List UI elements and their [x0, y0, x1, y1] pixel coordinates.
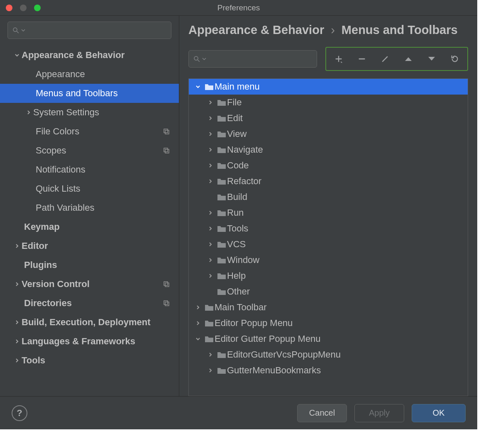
- tree-item-refactor[interactable]: Refactor: [189, 173, 468, 189]
- sidebar-item-label: Plugins: [24, 260, 57, 270]
- svg-rect-4: [164, 148, 168, 152]
- sidebar-item-appearance[interactable]: Appearance: [0, 65, 179, 84]
- move-down-button[interactable]: [425, 52, 438, 66]
- tree-item-navigate[interactable]: Navigate: [189, 142, 468, 158]
- sidebar-item-notifications[interactable]: Notifications: [0, 160, 179, 179]
- main-search-input[interactable]: [208, 55, 312, 63]
- main-search[interactable]: [188, 50, 317, 68]
- tree-item-build[interactable]: Build: [189, 189, 468, 205]
- folder-icon: [204, 319, 215, 327]
- chevron-right-icon: [12, 339, 22, 344]
- search-icon: [193, 55, 200, 63]
- sidebar-item-label: Appearance & Behavior: [22, 50, 124, 61]
- dropdown-caret-icon: [202, 57, 206, 61]
- chevron-right-icon: [206, 352, 215, 357]
- tree-item-label: Edit: [227, 113, 243, 124]
- sidebar-item-version-control[interactable]: Version Control: [0, 275, 179, 294]
- folder-icon: [216, 178, 227, 185]
- main-panel: Appearance & Behavior › Menus and Toolba…: [179, 16, 477, 396]
- sidebar-item-label: Scopes: [36, 145, 66, 156]
- sidebar-item-label: File Colors: [36, 126, 79, 137]
- sidebar-item-keymap[interactable]: Keymap: [0, 217, 179, 236]
- tree-item-help[interactable]: Help: [189, 268, 468, 284]
- sidebar-item-label: Editor: [22, 241, 48, 251]
- svg-rect-7: [165, 283, 169, 287]
- reset-button[interactable]: [448, 52, 461, 66]
- remove-button[interactable]: [355, 52, 369, 66]
- sidebar-item-system-settings[interactable]: System Settings: [0, 103, 179, 122]
- folder-icon: [216, 367, 227, 374]
- apply-button[interactable]: Apply: [354, 404, 404, 422]
- sidebar-item-build-exec-deploy[interactable]: Build, Execution, Deployment: [0, 313, 179, 332]
- sidebar-item-directories[interactable]: Directories: [0, 294, 179, 313]
- minimize-button[interactable]: [20, 5, 27, 11]
- chevron-right-icon: [206, 242, 215, 247]
- tree-item-tools[interactable]: Tools: [189, 221, 468, 236]
- folder-icon: [216, 114, 227, 122]
- svg-rect-6: [164, 282, 168, 285]
- sidebar-item-label: Appearance: [36, 69, 85, 80]
- ok-button[interactable]: OK: [412, 404, 466, 422]
- svg-line-1: [17, 31, 19, 33]
- tree-item-view[interactable]: View: [189, 126, 468, 142]
- breadcrumb-root[interactable]: Appearance & Behavior: [188, 23, 324, 37]
- tree-item-label: Editor Gutter Popup Menu: [215, 334, 321, 344]
- sidebar-item-label: Path Variables: [36, 202, 94, 213]
- sidebar-item-quick-lists[interactable]: Quick Lists: [0, 179, 179, 198]
- tree-item-code[interactable]: Code: [189, 158, 468, 173]
- tree-item-label: Run: [227, 207, 244, 218]
- sidebar-item-file-colors[interactable]: File Colors: [0, 122, 179, 141]
- sidebar-item-scopes[interactable]: Scopes: [0, 141, 179, 160]
- sidebar-search[interactable]: [7, 22, 171, 39]
- sidebar-item-path-variables[interactable]: Path Variables: [0, 198, 179, 217]
- sidebar-item-menus-toolbars[interactable]: Menus and Toolbars: [0, 84, 179, 103]
- sidebar-item-tools[interactable]: Tools: [0, 351, 179, 370]
- tree-item-label: Editor Popup Menu: [215, 318, 293, 329]
- tree-item-gutter-vcs-popup[interactable]: EditorGutterVcsPopupMenu: [189, 347, 468, 363]
- chevron-right-icon: [12, 358, 22, 363]
- tree-item-other[interactable]: Other: [189, 284, 468, 299]
- sidebar-item-appearance-behavior[interactable]: Appearance & Behavior: [0, 46, 179, 65]
- titlebar: Preferences: [0, 0, 477, 16]
- sidebar-item-editor[interactable]: Editor: [0, 236, 179, 256]
- tree-item-main-toolbar[interactable]: Main Toolbar: [189, 299, 468, 315]
- edit-button[interactable]: [378, 52, 392, 66]
- breadcrumb: Appearance & Behavior › Menus and Toolba…: [188, 23, 468, 37]
- tree-item-run[interactable]: Run: [189, 205, 468, 221]
- chevron-right-icon: [12, 243, 22, 248]
- sidebar-item-languages-frameworks[interactable]: Languages & Frameworks: [0, 332, 179, 351]
- sidebar-item-label: Build, Execution, Deployment: [22, 317, 150, 328]
- tree-item-label: EditorGutterVcsPopupMenu: [227, 349, 341, 360]
- traffic-lights: [6, 5, 41, 11]
- tree-item-gutter-bookmarks[interactable]: GutterMenuBookmarks: [189, 363, 468, 378]
- tree-item-label: Other: [227, 286, 250, 297]
- tree-item-editor-popup[interactable]: Editor Popup Menu: [189, 315, 468, 331]
- chevron-right-icon: [12, 320, 22, 325]
- tree-item-file[interactable]: File: [189, 95, 468, 110]
- move-up-button[interactable]: [402, 52, 415, 66]
- sidebar-item-label: Quick Lists: [36, 183, 81, 194]
- tree-item-window[interactable]: Window: [189, 252, 468, 268]
- folder-icon: [216, 209, 227, 217]
- tree-item-label: Code: [227, 160, 249, 171]
- tree-item-label: Main Toolbar: [215, 302, 267, 313]
- project-level-icon: [163, 300, 170, 307]
- sidebar: Appearance & Behavior Appearance Menus a…: [0, 16, 179, 396]
- tree-panel[interactable]: Main menu File Edit View: [188, 78, 468, 396]
- tree-item-main-menu[interactable]: Main menu: [189, 79, 468, 95]
- tree-item-edit[interactable]: Edit: [189, 110, 468, 126]
- sidebar-search-input[interactable]: [27, 26, 167, 35]
- zoom-button[interactable]: [34, 5, 41, 11]
- cancel-button[interactable]: Cancel: [297, 404, 347, 422]
- tree-item-gutter-popup[interactable]: Editor Gutter Popup Menu: [189, 331, 468, 347]
- sidebar-item-plugins[interactable]: Plugins: [0, 256, 179, 275]
- chevron-right-icon: [206, 147, 215, 152]
- add-button[interactable]: [332, 52, 345, 66]
- chevron-right-icon: [206, 258, 215, 263]
- folder-icon: [216, 162, 227, 169]
- folder-icon: [204, 83, 215, 90]
- tree-item-vcs[interactable]: VCS: [189, 236, 468, 252]
- close-button[interactable]: [6, 5, 12, 11]
- help-button[interactable]: ?: [12, 405, 27, 421]
- sidebar-item-label: Tools: [22, 355, 45, 366]
